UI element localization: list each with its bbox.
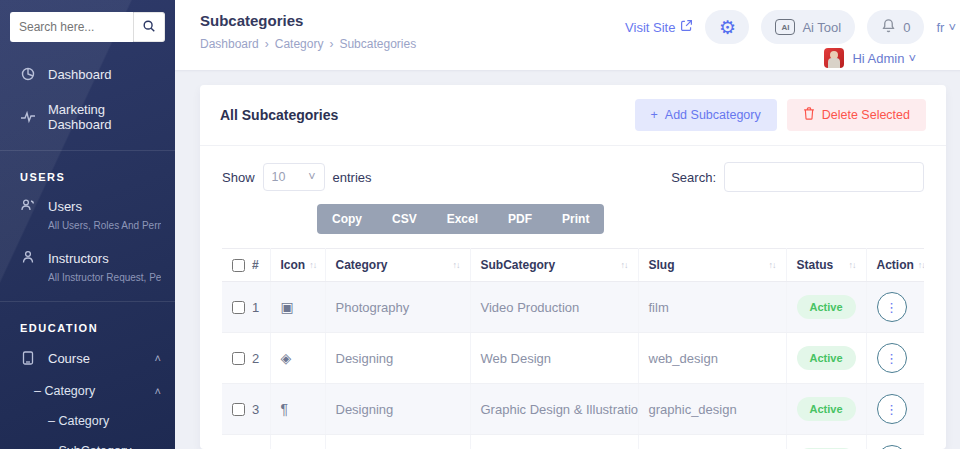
row-actions-button[interactable]: ⋮ xyxy=(877,394,907,424)
cell-slug: film xyxy=(638,282,786,333)
ai-tool-label: Ai Tool xyxy=(802,20,841,35)
card-body: Show 10 ˅ entries Search: Copy CSV xyxy=(200,146,946,449)
csv-button[interactable]: CSV xyxy=(377,204,432,234)
delete-selected-button[interactable]: Delete Selected xyxy=(787,99,926,131)
sort-icon: ↑↓ xyxy=(309,260,316,270)
show-entries: Show 10 ˅ entries xyxy=(222,163,372,191)
sidebar-item-category-parent[interactable]: – Category ˄ xyxy=(0,376,175,406)
dots-vertical-icon: ⋮ xyxy=(885,300,898,315)
sidebar-item-label: Dashboard xyxy=(48,67,112,82)
select-all-checkbox[interactable] xyxy=(232,259,245,272)
col-header-category[interactable]: Category↑↓ xyxy=(325,249,470,282)
breadcrumb-category[interactable]: Category xyxy=(275,37,324,51)
sidebar-item-label: Course xyxy=(48,351,143,366)
sidebar: Dashboard Marketing Dashboard USERS User… xyxy=(0,0,175,449)
col-header-subcategory[interactable]: SubCategory↑↓ xyxy=(470,249,638,282)
language-label: fr xyxy=(936,20,944,35)
chevron-up-icon: ˄ xyxy=(155,352,161,364)
col-header-action[interactable]: Action↑↓ xyxy=(866,249,924,282)
add-subcategory-button[interactable]: + Add Subcategory xyxy=(635,99,777,131)
table-search-input[interactable] xyxy=(724,162,924,192)
sidebar-item-category[interactable]: – Category xyxy=(0,406,175,436)
chevron-up-icon: ˄ xyxy=(155,385,161,397)
cell-subcategory: Graphic Design & Illustration xyxy=(470,384,638,435)
page-head: Subcategories Dashboard › Category › Sub… xyxy=(200,10,416,70)
row-checkbox[interactable] xyxy=(232,403,245,416)
user-menu[interactable]: Hi Admin ˅ xyxy=(824,48,916,68)
settings-button[interactable]: ⚙ xyxy=(705,10,749,44)
person-icon xyxy=(20,249,36,268)
copy-button[interactable]: Copy xyxy=(317,204,377,234)
search-label: Search: xyxy=(671,170,716,185)
dots-vertical-icon: ⋮ xyxy=(885,402,898,417)
col-header-status[interactable]: Status↑↓ xyxy=(786,249,866,282)
sidebar-search-input[interactable] xyxy=(10,12,133,42)
cell-category: Designing xyxy=(325,333,470,384)
notifications-button[interactable]: 0 xyxy=(867,10,924,44)
trash-icon xyxy=(803,107,815,123)
sketch-diamond-icon: ◈ xyxy=(281,350,292,366)
card-title: All Subcategories xyxy=(220,107,338,123)
breadcrumb-separator: › xyxy=(265,37,269,51)
row-actions-button[interactable]: ⋮ xyxy=(877,292,907,322)
sidebar-item-course[interactable]: Course ˄ xyxy=(0,340,175,376)
greeting-label: Hi Admin xyxy=(852,51,904,66)
sidebar-item-dashboard[interactable]: Dashboard xyxy=(0,56,175,92)
caret-down-icon: ˅ xyxy=(908,51,916,66)
table-header-row: # Icon↑↓ Category↑↓ SubCategory↑↓ Slug↑↓… xyxy=(222,249,924,282)
sort-icon: ↑↓ xyxy=(621,260,628,270)
sort-icon: ↑↓ xyxy=(769,260,776,270)
sidebar-item-label: – Category xyxy=(34,384,155,398)
plus-icon: + xyxy=(651,108,658,122)
ai-chip-icon: AI xyxy=(775,19,795,35)
status-badge: Active xyxy=(797,346,856,370)
language-selector[interactable]: fr ˅ xyxy=(936,20,956,35)
sidebar-item-instructors[interactable]: Instructors All Instructor Request, Pend… xyxy=(0,241,175,293)
row-actions-button[interactable]: ⋮ xyxy=(877,445,907,449)
pdf-button[interactable]: PDF xyxy=(493,204,547,234)
sidebar-divider xyxy=(0,301,175,302)
external-link-icon xyxy=(680,19,693,35)
sort-icon: ↑↓ xyxy=(918,260,924,270)
sidebar-section-users: USERS xyxy=(0,159,175,189)
breadcrumb-dashboard[interactable]: Dashboard xyxy=(200,37,259,51)
sidebar-item-subcategory[interactable]: – SubCategory xyxy=(0,436,175,449)
table-row: 4 (▲) Development Web Development web Ac… xyxy=(222,435,924,449)
sidebar-item-marketing-dashboard[interactable]: Marketing Dashboard xyxy=(0,92,175,142)
ai-tool-button[interactable]: AI Ai Tool xyxy=(761,10,855,44)
activity-icon xyxy=(20,109,36,125)
row-checkbox[interactable] xyxy=(232,352,245,365)
table-row: 2 ◈ Designing Web Design web_design Acti… xyxy=(222,333,924,384)
sidebar-item-users[interactable]: Users All Users, Roles And Permission xyxy=(0,189,175,241)
cell-slug: web xyxy=(638,435,786,449)
table-search: Search: xyxy=(671,162,924,192)
row-number: 3 xyxy=(252,402,259,417)
content: All Subcategories + Add Subcategory Dele… xyxy=(175,70,960,449)
print-button[interactable]: Print xyxy=(547,204,604,234)
col-header-icon[interactable]: Icon↑↓ xyxy=(270,249,325,282)
delete-selected-label: Delete Selected xyxy=(822,108,910,122)
sort-icon: ↑↓ xyxy=(849,260,856,270)
page-title: Subcategories xyxy=(200,12,416,29)
users-icon xyxy=(20,197,36,216)
entries-select[interactable]: 10 ˅ xyxy=(263,163,325,191)
cell-subcategory: Video Production xyxy=(470,282,638,333)
visit-site-link[interactable]: Visit Site xyxy=(625,19,693,35)
topbar: Subcategories Dashboard › Category › Sub… xyxy=(175,0,960,70)
sidebar-search-button[interactable] xyxy=(133,12,165,42)
sidebar-item-label: Users xyxy=(48,199,82,214)
cell-category: Photography xyxy=(325,282,470,333)
col-header-slug[interactable]: Slug↑↓ xyxy=(638,249,786,282)
cell-category: Development xyxy=(325,435,470,449)
avatar xyxy=(824,48,844,68)
excel-button[interactable]: Excel xyxy=(432,204,493,234)
sidebar-divider xyxy=(0,150,175,151)
breadcrumb: Dashboard › Category › Subcategories xyxy=(200,37,416,51)
row-checkbox[interactable] xyxy=(232,301,245,314)
row-actions-button[interactable]: ⋮ xyxy=(877,343,907,373)
subcategories-table: # Icon↑↓ Category↑↓ SubCategory↑↓ Slug↑↓… xyxy=(222,248,924,449)
sidebar-section-education: EDUCATION xyxy=(0,310,175,340)
entries-label: entries xyxy=(333,170,372,185)
sidebar-search xyxy=(10,12,165,42)
visit-site-label: Visit Site xyxy=(625,20,675,35)
